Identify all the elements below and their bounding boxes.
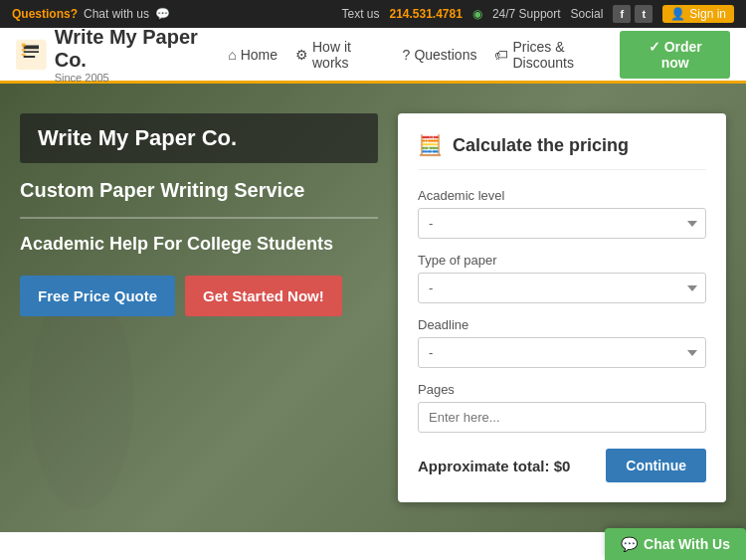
tag-icon: 🏷 — [494, 47, 508, 63]
support-label: 24/7 Support — [492, 7, 561, 21]
approximate-total: Approximate total: $0 — [418, 458, 570, 474]
question-icon: ? — [403, 47, 411, 63]
hero-academic: Academic Help For College Students — [20, 233, 378, 256]
get-started-button[interactable]: Get Started Now! — [185, 276, 342, 316]
chat-fixed-label: Chat With Us — [644, 536, 730, 552]
academic-level-group: Academic level - High School College Uni… — [418, 188, 706, 239]
nav-prices[interactable]: 🏷 Prices & Discounts — [494, 39, 620, 71]
hero-title-box: Write My Paper Co. — [20, 113, 378, 163]
chat-fixed-icon: 💬 — [621, 536, 638, 552]
chat-emoji: 💬 — [155, 7, 170, 21]
top-bar-left: Questions? Chat with us 💬 — [12, 7, 170, 21]
logo-since: Since 2005 — [55, 72, 228, 84]
gear-icon: ⚙ — [295, 47, 308, 63]
phone-number[interactable]: 214.531.4781 — [389, 7, 462, 21]
academic-level-label: Academic level — [418, 188, 706, 203]
deadline-label: Deadline — [418, 317, 706, 332]
pricing-card: 🧮 Calculate the pricing Academic level -… — [398, 113, 726, 502]
logo-text: Write My Paper Co. Since 2005 — [55, 26, 228, 84]
svg-rect-0 — [16, 39, 47, 70]
home-icon: ⌂ — [228, 47, 236, 63]
social-icons: f t — [613, 5, 653, 23]
facebook-icon[interactable]: f — [613, 5, 631, 23]
calculator-icon: 🧮 — [418, 133, 443, 157]
free-price-quote-button[interactable]: Free Price Quote — [20, 276, 175, 316]
logo-name: Write My Paper Co. — [55, 26, 228, 72]
nav-questions[interactable]: ? Questions — [403, 47, 477, 63]
hero-section: Write My Paper Co. Custom Paper Writing … — [0, 84, 746, 532]
pricing-footer: Approximate total: $0 Continue — [418, 449, 706, 482]
user-icon: 👤 — [670, 7, 685, 21]
type-of-paper-label: Type of paper — [418, 253, 706, 268]
chat-fixed-button[interactable]: 💬 Chat With Us — [605, 528, 746, 560]
sign-in-label: Sign in — [689, 7, 726, 21]
pages-input[interactable] — [418, 402, 706, 433]
hero-subtitle: Custom Paper Writing Service — [20, 177, 378, 203]
nav-how-it-works[interactable]: ⚙ How it works — [295, 39, 385, 71]
hero-left: Write My Paper Co. Custom Paper Writing … — [20, 113, 378, 316]
twitter-icon[interactable]: t — [635, 5, 653, 23]
hero-buttons: Free Price Quote Get Started Now! — [20, 276, 378, 316]
pricing-title: Calculate the pricing — [453, 135, 629, 156]
pages-group: Pages — [418, 382, 706, 433]
pricing-card-header: 🧮 Calculate the pricing — [418, 133, 706, 170]
support-icon: ◉ — [472, 7, 482, 21]
type-of-paper-group: Type of paper - Essay Research Paper Ter… — [418, 253, 706, 303]
text-us-label: Text us — [341, 7, 379, 21]
continue-button[interactable]: Continue — [606, 449, 706, 482]
academic-level-select[interactable]: - High School College University Master'… — [418, 208, 706, 239]
hero-content: Write My Paper Co. Custom Paper Writing … — [20, 113, 726, 502]
logo: Write My Paper Co. Since 2005 — [16, 26, 228, 84]
checkmark-icon: ✓ — [649, 39, 664, 55]
hero-divider — [20, 217, 378, 219]
social-label: Social — [571, 7, 604, 21]
pages-label: Pages — [418, 382, 706, 397]
hero-main-title: Write My Paper Co. — [38, 125, 360, 151]
chat-with-us-link[interactable]: Chat with us — [84, 7, 149, 21]
sign-in-button[interactable]: 👤 Sign in — [662, 5, 734, 23]
questions-label: Questions? — [12, 7, 78, 21]
deadline-select[interactable]: - 3 hours 6 hours 12 hours 24 hours 3 da… — [418, 337, 706, 368]
nav-bar: Write My Paper Co. Since 2005 ⌂ Home ⚙ H… — [0, 28, 746, 84]
type-of-paper-select[interactable]: - Essay Research Paper Term Paper Thesis — [418, 273, 706, 303]
top-bar-right: Text us 214.531.4781 ◉ 24/7 Support Soci… — [341, 5, 734, 23]
logo-icon — [16, 39, 47, 71]
order-now-button[interactable]: ✓ Order now — [620, 31, 730, 79]
nav-links: ⌂ Home ⚙ How it works ? Questions 🏷 Pric… — [228, 39, 620, 71]
deadline-group: Deadline - 3 hours 6 hours 12 hours 24 h… — [418, 317, 706, 368]
top-bar: Questions? Chat with us 💬 Text us 214.53… — [0, 0, 746, 28]
nav-home[interactable]: ⌂ Home — [228, 47, 278, 63]
